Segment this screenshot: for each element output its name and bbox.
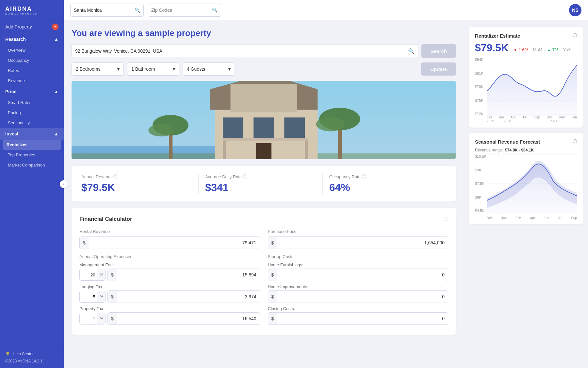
fin-calc-info-icon[interactable]: ⓘ	[444, 216, 448, 222]
home-improvements-row[interactable]: $	[268, 290, 449, 303]
sidebar-item-overview[interactable]: Overview	[0, 45, 64, 55]
closing-costs-value[interactable]	[277, 316, 448, 321]
bedrooms-select[interactable]: 2 Bedrooms ▾	[72, 62, 124, 76]
home-improvements-value[interactable]	[277, 294, 448, 299]
lodging-tax-label: Lodging Tax:	[79, 284, 260, 289]
rentalizer-chart-svg	[487, 58, 577, 116]
metrics-row: Annual Revenue ⓘ $79.5K Average Daily Ra…	[72, 166, 456, 202]
startup-costs-label: Startup Costs	[268, 254, 449, 259]
guests-chevron: ▾	[228, 66, 231, 72]
management-fee-value-row[interactable]: $	[107, 269, 260, 281]
property-illustration	[72, 81, 456, 159]
occupancy-value: 64%	[329, 182, 440, 194]
rental-revenue-input-row[interactable]: $	[79, 237, 260, 249]
sidebar-section-price[interactable]: Price ▲	[0, 86, 64, 97]
svg-rect-7	[253, 117, 274, 138]
property-tax-value-row[interactable]: $	[107, 312, 260, 325]
management-fee-pct[interactable]	[80, 272, 97, 277]
topbar: 🔍 🔍 NS	[64, 0, 588, 20]
lodging-tax-pct[interactable]	[80, 294, 97, 299]
sidebar-item-rentalizer[interactable]: Rentalizer	[3, 140, 61, 150]
property-address-input[interactable]	[75, 48, 405, 54]
purchase-price-input-row[interactable]: $	[268, 237, 449, 249]
location-search-icon: 🔍	[135, 8, 140, 13]
occupancy-info-icon[interactable]: ⓘ	[362, 174, 366, 180]
purchase-price-input[interactable]	[277, 240, 448, 245]
sidebar-section-research[interactable]: Research ▲	[0, 33, 64, 45]
logo: AIRDNA	[5, 6, 58, 12]
adr-info-icon[interactable]: ⓘ	[243, 174, 247, 180]
add-property-icon[interactable]: +	[52, 24, 58, 30]
invest-label: Invest	[5, 131, 18, 136]
lodging-tax-value[interactable]	[117, 294, 260, 299]
sidebar-item-smart-rates[interactable]: Smart Rates	[0, 97, 64, 108]
management-fee-pct-input[interactable]: %	[79, 269, 106, 281]
page-title: You are viewing a sample property	[72, 28, 456, 38]
content-area: You are viewing a sample property 🔍 Sear…	[64, 20, 588, 368]
sidebar-section-invest[interactable]: Invest ▲	[0, 128, 64, 140]
user-avatar[interactable]: NS	[569, 4, 581, 16]
location-search-box[interactable]: 🔍	[70, 4, 144, 17]
sidebar-footer: 💡 Help Center ©2023 AirDNA 14.2.1	[0, 347, 64, 368]
copyright: ©2023 AirDNA 14.2.1	[5, 359, 58, 363]
property-tax-value[interactable]	[117, 316, 260, 321]
update-button[interactable]: Update	[421, 62, 456, 76]
sidebar-item-occupancy[interactable]: Occupancy	[0, 55, 64, 65]
guests-select[interactable]: 4 Guests ▾	[183, 62, 235, 76]
management-fee-value[interactable]	[117, 272, 260, 277]
rentalizer-card-title: Rentalizer Estimate ⓘ	[475, 33, 577, 39]
property-address-input-wrap[interactable]: 🔍	[72, 44, 418, 58]
fin-calc-header: Financial Calculator ⓘ	[79, 216, 448, 222]
sidebar-item-pacing[interactable]: Pacing	[0, 108, 64, 118]
seasonal-y-labels: $10.5K $9K $7.5K $6K $4.5K	[475, 154, 487, 213]
lodging-tax-value-row[interactable]: $	[107, 290, 260, 303]
home-furnishings-value[interactable]	[277, 272, 448, 277]
annual-revenue-info-icon[interactable]: ⓘ	[114, 174, 118, 180]
property-tax-row: % $	[79, 312, 260, 325]
property-tax-pct[interactable]	[80, 316, 97, 321]
rental-revenue-input[interactable]	[89, 240, 260, 245]
seasonal-forecast-card: Seasonal Revenue Forecast ⓘ Revenue rang…	[469, 133, 583, 224]
property-image	[72, 81, 456, 159]
home-improvements-label: Home Improvements:	[268, 284, 449, 289]
seasonal-chart-svg	[487, 154, 577, 214]
sidebar-item-top-properties[interactable]: Top Properties	[0, 150, 64, 160]
property-search-button[interactable]: Search	[421, 44, 456, 58]
lodging-tax-pct-input[interactable]: %	[79, 291, 106, 303]
svg-point-15	[148, 124, 174, 137]
rentalizer-value: $79.5K	[475, 42, 509, 54]
mom-badge: ▼ 1.6%	[513, 47, 528, 52]
closing-costs-row[interactable]: $	[268, 312, 449, 325]
research-chevron: ▲	[54, 37, 58, 42]
annual-revenue-label: Annual Revenue ⓘ	[81, 174, 192, 180]
rentalizer-estimate-card: Rentalizer Estimate ⓘ $79.5K ▼ 1.6% MoM …	[469, 27, 583, 128]
research-label: Research	[5, 37, 26, 42]
fin-calc-grid: Rental Revenue $ Annual Operating Expens…	[79, 229, 448, 327]
main-area: 🔍 🔍 NS You are viewing a sample property…	[64, 0, 588, 368]
logo-sub: MARKETMINDER	[5, 12, 58, 15]
fin-calc-title: Financial Calculator	[79, 216, 132, 222]
home-furnishings-row[interactable]: $	[268, 269, 449, 281]
property-tax-pct-input[interactable]: %	[79, 313, 106, 324]
location-search-input[interactable]	[74, 8, 133, 13]
sidebar-item-seasonality[interactable]: Seasonality	[0, 118, 64, 128]
rentalizer-info-icon[interactable]: ⓘ	[573, 33, 577, 39]
purchase-price-label: Purchase Price	[268, 229, 449, 234]
svg-rect-8	[284, 117, 305, 138]
yoy-label: YoY	[563, 47, 570, 52]
svg-rect-5	[230, 84, 297, 112]
help-center-link[interactable]: 💡 Help Center	[5, 352, 58, 356]
invest-chevron: ▲	[54, 131, 58, 136]
sidebar-item-rates[interactable]: Rates	[0, 65, 64, 76]
sidebar-item-revenue[interactable]: Revenue	[0, 76, 64, 86]
sidebar-collapse-button[interactable]: ‹	[60, 180, 68, 188]
bathrooms-select[interactable]: 1 Bathroom ▾	[127, 62, 179, 76]
annual-op-expenses-label: Annual Operating Expenses	[79, 254, 260, 259]
seasonal-info-icon[interactable]: ⓘ	[573, 139, 577, 145]
sidebar-item-market-comparison[interactable]: Market Comparison	[0, 160, 64, 170]
zipcode-search-input[interactable]	[151, 8, 210, 13]
svg-point-18	[316, 117, 345, 131]
sidebar-add-property[interactable]: Add Property +	[0, 20, 64, 33]
revenue-range-value: $74.8K - $84.1K	[505, 148, 534, 152]
zipcode-search-box[interactable]: 🔍	[148, 4, 221, 17]
